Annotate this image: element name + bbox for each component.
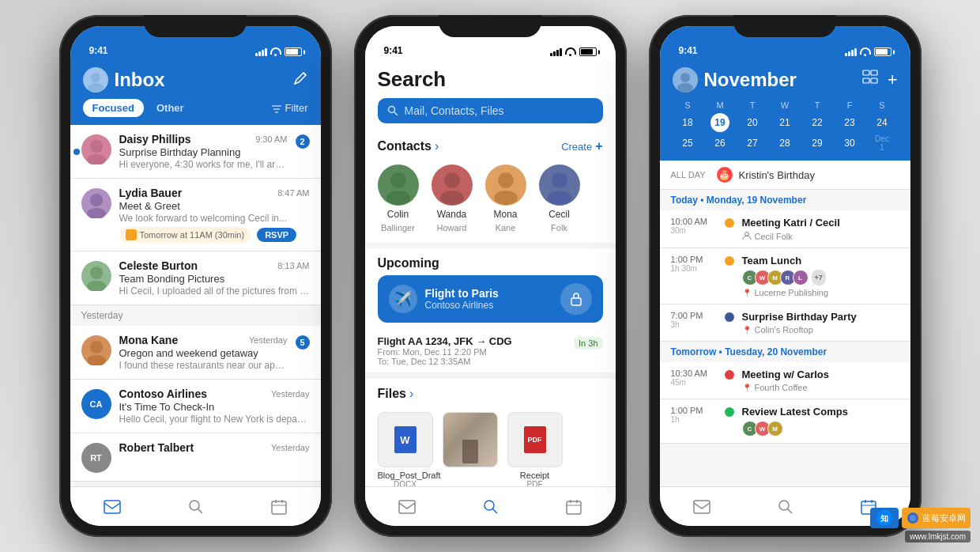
photo-content [443,413,497,467]
flight-details: Flight AA 1234, JFK → CDG From: Mon, Dec… [365,329,616,372]
calendar-view-icon[interactable] [862,70,878,84]
flight-route: Flight AA 1234, JFK → CDG [378,335,562,347]
mail-item-mona[interactable]: Mona Kane Yesterday Oregon and weekend g… [70,326,321,380]
contacts-label: Contacts [378,139,432,153]
flight-from: From: Mon, Dec 11 2:20 PM [378,347,562,357]
svg-point-25 [440,191,464,205]
rsvp-button[interactable]: RSVP [257,228,296,242]
search-bar[interactable]: Mail, Contacts, Files [378,98,603,123]
event-title-4: Meeting w/ Carlos [742,369,899,380]
cal-day-23[interactable]: 23 [840,113,859,132]
file-type-receipt: PDF [507,480,563,486]
file-receipt[interactable]: PDF Receipt PDF [507,412,563,486]
avatar-robert: RT [81,443,111,473]
nav-calendar[interactable] [271,499,287,515]
cal-day-21[interactable]: 21 [775,113,794,132]
event-birthday-party[interactable]: 7:00 PM 3h Surprise Birthday Party 📍 Col… [660,304,910,342]
contact-colin[interactable]: Colin Ballinger [378,164,419,233]
cal-day-30[interactable]: 30 [840,134,859,153]
cal-day-27[interactable]: 27 [743,134,762,153]
cal-day-19-today[interactable]: 19 [710,113,729,132]
mail-item-celeste[interactable]: Celeste Burton 8:13 AM Team Bonding Pict… [70,251,321,305]
user-avatar-cal[interactable] [673,67,698,93]
mail-content-daisy: Daisy Phillips 9:30 AM Surprise Birthday… [119,133,288,170]
battery-2 [579,47,597,56]
cal-day-29[interactable]: 29 [808,134,827,153]
event-review-comps[interactable]: 1:00 PM 1h Review Latest Comps C W M [660,399,910,444]
filter-button[interactable]: Filter [271,102,308,114]
mail-item-lydia[interactable]: Lydia Bauer 8:47 AM Meet & Greet We look… [70,179,321,251]
cal-day-25[interactable]: 25 [678,134,697,153]
person-icon [742,231,752,240]
files-row: W Blog_Post_Draft DOCX [365,406,616,486]
today-section-label: Today • Monday, 19 November [660,190,910,210]
event-team-lunch[interactable]: 1:00 PM 1h 30m Team Lunch C W M R L +7 [660,248,910,304]
cal-day-28[interactable]: 28 [775,134,794,153]
contact-name-colin: Colin [387,209,409,220]
screen-calendar: 9:41 N [660,26,910,526]
nav-search-3[interactable] [778,499,793,515]
cal-day-26[interactable]: 26 [710,134,729,153]
cal-day-24[interactable]: 24 [873,113,891,132]
cal-day-18[interactable]: 18 [678,113,697,132]
mail-item-contoso[interactable]: CA Contoso Airlines Yesterday It's Time … [70,380,321,433]
flight-to: To: Tue, Dec 12 3:35AM [378,357,562,366]
add-event-button[interactable]: + [888,70,898,90]
status-time-3: 9:41 [679,45,698,56]
mail-item-robert[interactable]: RT Robert Talbert Yesterday [70,433,321,482]
svg-point-12 [87,355,106,365]
contact-cecil[interactable]: Cecil Folk [539,164,580,233]
file-photo[interactable] [443,412,498,486]
event-meeting-katri[interactable]: 10:00 AM 30m Meeting Katri / Cecil Cecil… [660,210,910,248]
event-dur-5: 1h [671,415,717,424]
files-label: Files [378,387,406,401]
watermark-badges: 知 蓝莓安卓网 [870,508,971,528]
flight-info: Flight to Paris Contoso Airlines [425,287,552,311]
tab-focused[interactable]: Focused [83,99,144,117]
status-time-1: 9:41 [89,45,108,56]
event-meeting-carlos[interactable]: 10:30 AM 45m Meeting w/ Carlos 📍 Fourth … [660,362,910,399]
cal-content: ALL DAY 🎂 Kristin's Birthday Today • Mon… [660,161,910,486]
contact-lastname-cecil: Folk [551,223,567,233]
svg-point-8 [87,208,106,218]
cal-day-dec1[interactable]: Dec1 [873,134,891,153]
mail-item-daisy[interactable]: Daisy Phillips 9:30 AM Surprise Birthday… [70,125,321,179]
compose-button[interactable] [292,70,308,90]
cal-day-20[interactable]: 20 [743,113,762,132]
contact-mona[interactable]: Mona Kane [485,164,526,233]
rsvp-text: Tomorrow at 11AM (30min) [140,230,245,240]
avatar-contoso: CA [81,389,111,419]
contact-wanda[interactable]: Wanda Howard [432,164,473,233]
status-icons-2 [550,47,597,56]
nav-search-2[interactable] [483,499,499,515]
create-button[interactable]: Create + [561,139,602,153]
nav-mail-2[interactable] [398,500,416,514]
svg-point-9 [90,267,103,279]
mail-content-lydia: Lydia Bauer 8:47 AM Meet & Greet We look… [119,187,310,243]
user-avatar-inbox[interactable] [83,67,108,93]
contact-name-mona: Mona [493,209,517,220]
blueberry-icon [906,512,919,524]
cal-controls: + [862,70,898,90]
flight-countdown: In 3h [574,337,602,350]
nav-calendar-2[interactable] [566,499,582,515]
nav-mail-3[interactable] [693,500,710,514]
svg-line-21 [394,112,398,116]
event-time-3: 7:00 PM [671,311,717,320]
svg-point-0 [91,73,100,82]
file-blog[interactable]: W Blog_Post_Draft DOCX [378,412,433,486]
nav-search[interactable] [188,499,204,515]
day-header-w: W [770,99,801,112]
flight-card[interactable]: ✈️ Flight to Paris Contoso Airlines [378,275,603,323]
tab-other[interactable]: Other [147,99,194,117]
signal-1 [255,48,267,56]
mail-content-celeste: Celeste Burton 8:13 AM Team Bonding Pict… [119,259,310,297]
cal-day-22[interactable]: 22 [808,113,827,132]
mail-time-robert: Yesterday [271,443,310,452]
flight-icon: ✈️ [389,285,417,313]
contacts-header: Contacts › Create + [365,131,616,158]
nav-mail[interactable] [104,500,121,514]
event-time-1: 10:00 AM [671,217,717,226]
birthday-badge: 🎂 [717,167,733,183]
wifi-1 [270,48,281,56]
